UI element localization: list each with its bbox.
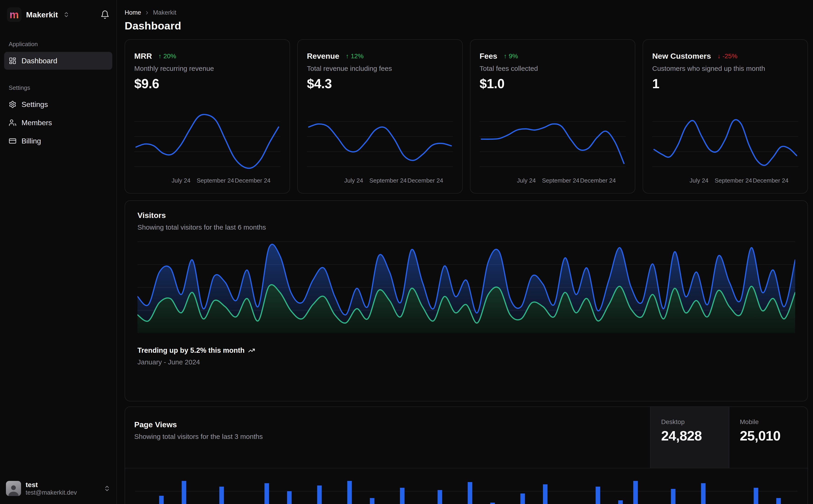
gear-icon: [9, 101, 16, 108]
sidebar: m Makerkit Application Dashboard Setting…: [0, 0, 117, 504]
pageviews-title: Page Views: [134, 420, 641, 429]
breadcrumb-current: Makerkit: [153, 9, 176, 16]
x-tick: July 24: [344, 177, 363, 184]
stat-description: Customers who signed up this month: [652, 65, 798, 72]
visitors-title: Visitors: [137, 211, 795, 220]
arrow-up-icon: ↑: [158, 53, 161, 60]
sidebar-item-billing[interactable]: Billing: [4, 132, 112, 150]
toggle-label: Desktop: [661, 418, 729, 426]
toggle-mobile[interactable]: Mobile 25,010: [729, 407, 808, 468]
sidebar-item-dashboard[interactable]: Dashboard: [4, 52, 112, 70]
arrow-up-icon: ↑: [504, 53, 507, 60]
toggle-value: 25,010: [740, 428, 808, 444]
x-tick: December 24: [235, 177, 271, 184]
sidebar-item-label: Dashboard: [21, 57, 57, 65]
visitors-subtitle: Showing total visitors for the last 6 mo…: [137, 223, 795, 231]
stat-description: Total fees collected: [480, 65, 626, 72]
sidebar-item-label: Settings: [21, 100, 48, 109]
makerkit-logo: m: [7, 7, 21, 22]
stat-card-mrr: MRR ↑20% Monthly recurring revenue $9.6 …: [125, 39, 290, 194]
stat-title: Fees: [480, 52, 497, 61]
credit-card-icon: [9, 137, 16, 145]
visitors-footer-title: Trending up by 5.2% this month: [137, 346, 245, 355]
chevrons-up-down-icon: [63, 11, 69, 18]
pageviews-bar-chart: [125, 468, 808, 504]
stat-value: $4.3: [307, 76, 453, 91]
sparkline-x-axis: July 24 September 24 December 24: [652, 177, 798, 187]
logo-letter: m: [10, 9, 19, 20]
sidebar-item-label: Members: [21, 119, 52, 127]
trend-badge: ↑20%: [158, 53, 176, 60]
pageviews-card: Page Views Showing total visitors for th…: [125, 406, 808, 504]
x-tick: July 24: [171, 177, 190, 184]
toggle-label: Mobile: [740, 418, 808, 426]
sparkline-chart: July 24 September 24 December 24: [134, 106, 280, 187]
stat-title: Revenue: [307, 52, 339, 61]
x-tick: December 24: [408, 177, 443, 184]
breadcrumb-home-link[interactable]: Home: [125, 9, 141, 16]
users-icon: [9, 119, 16, 127]
visitors-date-range: January - June 2024: [137, 358, 795, 366]
stat-title: MRR: [134, 52, 152, 61]
avatar: [6, 481, 21, 496]
breadcrumb: Home Makerkit: [125, 9, 808, 16]
trend-badge: ↓-25%: [717, 53, 737, 60]
sidebar-item-settings[interactable]: Settings: [4, 95, 112, 113]
x-tick: September 24: [197, 177, 234, 184]
stat-value: 1: [652, 76, 798, 91]
stat-description: Monthly recurring revenue: [134, 65, 280, 72]
sparkline-chart: July 24 September 24 December 24: [307, 106, 453, 187]
user-menu[interactable]: test test@makerkit.dev: [3, 478, 113, 499]
bell-icon[interactable]: [100, 10, 109, 19]
trending-up-icon: [248, 347, 255, 354]
stat-card-fees: Fees ↑9% Total fees collected $1.0 July …: [470, 39, 635, 194]
trend-badge: ↑12%: [346, 53, 364, 60]
section-label-settings: Settings: [9, 84, 108, 91]
sparkline-chart: July 24 September 24 December 24: [480, 106, 626, 187]
stat-cards-row: MRR ↑20% Monthly recurring revenue $9.6 …: [125, 39, 808, 194]
toggle-value: 24,828: [661, 428, 729, 444]
x-tick: July 24: [690, 177, 708, 184]
workspace-name: Makerkit: [26, 10, 58, 19]
x-tick: December 24: [580, 177, 616, 184]
dashboard-icon: [9, 57, 16, 65]
stat-value: $9.6: [134, 76, 280, 91]
trend-badge: ↑9%: [504, 53, 518, 60]
visitors-card: Visitors Showing total visitors for the …: [125, 200, 808, 401]
chevron-right-icon: [144, 10, 150, 16]
stat-description: Total revenue including fees: [307, 65, 453, 72]
sparkline-x-axis: July 24 September 24 December 24: [480, 177, 626, 187]
sparkline-chart: July 24 September 24 December 24: [652, 106, 798, 187]
x-tick: September 24: [369, 177, 407, 184]
user-name: test: [26, 480, 77, 489]
chevrons-up-down-icon: [104, 485, 110, 492]
sparkline-x-axis: July 24 September 24 December 24: [307, 177, 453, 187]
arrow-down-icon: ↓: [717, 53, 721, 60]
sidebar-item-members[interactable]: Members: [4, 114, 112, 132]
section-label-application: Application: [9, 41, 108, 48]
x-tick: December 24: [753, 177, 789, 184]
stat-card-revenue: Revenue ↑12% Total revenue including fee…: [297, 39, 463, 194]
toggle-desktop[interactable]: Desktop 24,828: [650, 407, 729, 468]
main-content: Home Makerkit Dashboard MRR ↑20% Monthly…: [117, 0, 813, 504]
workspace-switcher[interactable]: m Makerkit: [4, 6, 112, 23]
visitors-area-chart: [137, 240, 795, 334]
user-email: test@makerkit.dev: [26, 489, 77, 497]
stat-value: $1.0: [480, 76, 626, 91]
page-title: Dashboard: [125, 19, 808, 32]
stat-card-new-customers: New Customers ↓-25% Customers who signed…: [643, 39, 808, 194]
sidebar-item-label: Billing: [21, 137, 41, 145]
arrow-up-icon: ↑: [346, 53, 349, 60]
stat-title: New Customers: [652, 52, 711, 61]
sparkline-x-axis: July 24 September 24 December 24: [134, 177, 280, 187]
x-tick: September 24: [715, 177, 752, 184]
x-tick: September 24: [542, 177, 579, 184]
x-tick: July 24: [517, 177, 535, 184]
pageviews-subtitle: Showing total visitors for the last 3 mo…: [134, 433, 641, 440]
